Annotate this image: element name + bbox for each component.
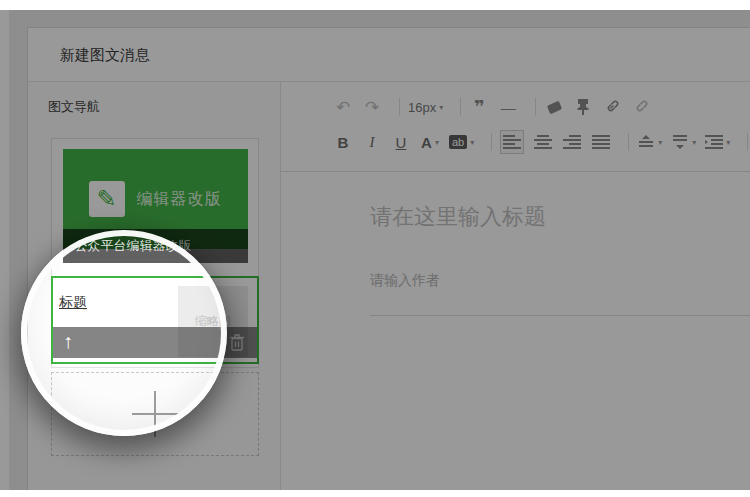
page-background: 新建图文消息 图文导航 ✎ 编辑器改版 公众平台编辑器改版 <box>9 10 750 490</box>
cover-article-card[interactable]: ✎ 编辑器改版 公众平台编辑器改版 <box>63 149 248 263</box>
paragraph-spacing-dropdown[interactable]: ▾ <box>637 131 662 153</box>
panel-body: 图文导航 ✎ 编辑器改版 公众平台编辑器改版 标题 <box>28 82 750 490</box>
cover-title: 编辑器改版 <box>137 189 222 210</box>
chevron-down-icon: ▾ <box>658 138 662 147</box>
title-input[interactable]: 请在这里输入标题 <box>370 202 750 232</box>
cover-caption: 公众平台编辑器改版 <box>63 229 248 263</box>
plus-icon[interactable] <box>132 391 178 437</box>
chevron-down-icon: ▾ <box>726 138 730 147</box>
font-size-dropdown[interactable]: 16px ▾ <box>408 96 443 118</box>
indent-icon <box>705 135 723 149</box>
rich-text-editor: ↶ ↷ 16px ▾ ❞ — <box>281 82 750 490</box>
trash-icon[interactable] <box>229 333 245 352</box>
horizontal-rule-button[interactable]: — <box>498 96 518 118</box>
align-center-icon <box>534 135 552 149</box>
add-article-dropzone[interactable] <box>51 372 259 456</box>
link-icon <box>604 99 620 115</box>
toolbar-separator <box>535 98 536 116</box>
underline-button[interactable]: U <box>391 131 411 153</box>
paragraph-spacing-icon <box>637 135 655 149</box>
article-title-link[interactable]: 标题 <box>59 294 87 312</box>
chevron-down-icon: ▾ <box>439 103 443 112</box>
highlight-color-dropdown[interactable]: ab ▾ <box>449 131 474 153</box>
align-justify-icon <box>592 135 610 149</box>
unlink-icon <box>633 99 649 115</box>
font-size-value: 16px <box>408 100 436 115</box>
align-right-icon <box>563 135 581 149</box>
eraser-button[interactable] <box>544 96 564 118</box>
author-input[interactable]: 请输入作者 <box>370 272 750 288</box>
font-color-dropdown[interactable]: A ▾ <box>420 131 440 153</box>
toolbar-separator <box>460 98 461 116</box>
item-hover-bar: ↑ <box>53 327 257 358</box>
content-divider <box>370 315 750 316</box>
insert-link-button[interactable] <box>602 96 622 118</box>
line-height-icon <box>671 135 689 149</box>
bold-button[interactable]: B <box>333 131 353 153</box>
toolbar-separator <box>491 133 492 151</box>
selected-article-item[interactable]: 标题 缩略图 ↑ <box>51 276 259 364</box>
toolbar-separator <box>747 133 748 151</box>
editor-screen: 新建图文消息 图文导航 ✎ 编辑器改版 公众平台编辑器改版 <box>0 0 750 497</box>
format-painter-icon <box>576 99 590 115</box>
new-article-panel: 新建图文消息 图文导航 ✎ 编辑器改版 公众平台编辑器改版 <box>27 27 750 490</box>
indent-dropdown[interactable]: ▾ <box>705 131 730 153</box>
align-left-button[interactable] <box>500 130 524 154</box>
align-right-button[interactable] <box>562 131 582 153</box>
move-up-icon[interactable]: ↑ <box>63 330 73 353</box>
blockquote-button[interactable]: ❞ <box>469 96 489 118</box>
line-height-dropdown[interactable]: ▾ <box>671 131 696 153</box>
remove-link-button[interactable] <box>631 96 651 118</box>
chevron-down-icon: ▾ <box>470 138 474 147</box>
page-title: 新建图文消息 <box>28 28 750 82</box>
toolbar-separator <box>628 133 629 151</box>
align-center-button[interactable] <box>533 131 553 153</box>
highlight-icon: ab <box>449 135 467 149</box>
toolbar-row-1: ↶ ↷ 16px ▾ ❞ — <box>333 94 750 120</box>
italic-button[interactable]: I <box>362 131 382 153</box>
editor-toolbar: ↶ ↷ 16px ▾ ❞ — <box>281 82 750 172</box>
undo-button[interactable]: ↶ <box>333 96 353 118</box>
chevron-down-icon: ▾ <box>692 138 696 147</box>
align-justify-button[interactable] <box>591 131 611 153</box>
toolbar-separator <box>399 98 400 116</box>
article-nav-sidebar: 图文导航 ✎ 编辑器改版 公众平台编辑器改版 标题 <box>28 82 281 490</box>
pencil-icon: ✎ <box>89 181 125 217</box>
toolbar-row-2: B I U A ▾ ab ▾ <box>333 129 750 155</box>
redo-button[interactable]: ↷ <box>362 96 382 118</box>
align-left-icon <box>503 135 521 149</box>
editor-content: 请在这里输入标题 请输入作者 <box>281 172 750 490</box>
article-list: ✎ 编辑器改版 公众平台编辑器改版 标题 缩略图 ↑ <box>51 138 259 368</box>
nav-label: 图文导航 <box>48 98 100 116</box>
font-color-label: A <box>421 134 432 151</box>
chevron-down-icon: ▾ <box>435 138 439 147</box>
eraser-icon <box>546 100 562 114</box>
format-painter-button[interactable] <box>573 96 593 118</box>
